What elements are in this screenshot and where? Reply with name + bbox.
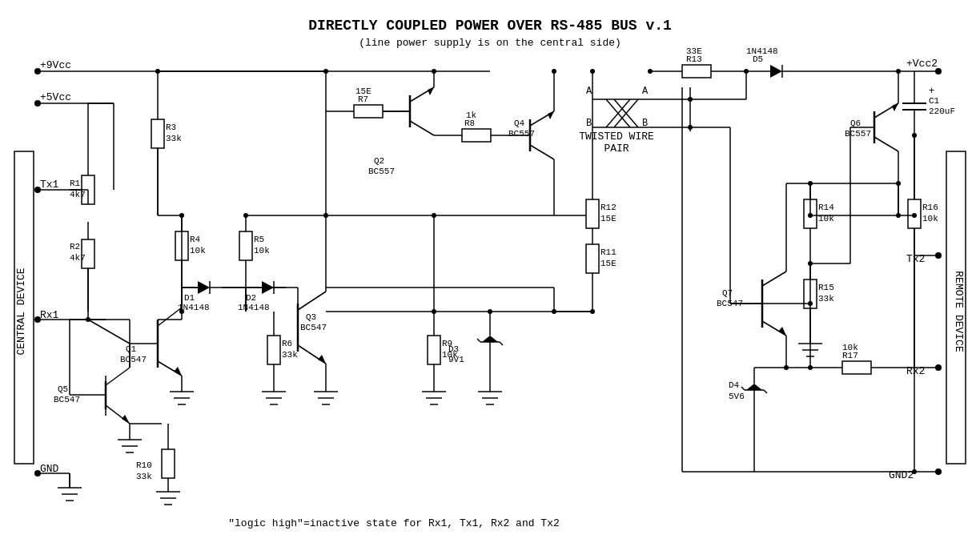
svg-line-95: [410, 121, 434, 135]
r6-val: 33k: [282, 350, 298, 360]
svg-rect-56: [267, 336, 280, 364]
svg-line-129: [477, 339, 480, 342]
d5-val: 1N4148: [746, 46, 778, 56]
r15-val: 33k: [818, 294, 834, 304]
r7-val: 15E: [355, 86, 372, 96]
svg-rect-37: [151, 119, 164, 148]
r17-val: 10k: [842, 343, 858, 352]
svg-point-269: [552, 309, 556, 314]
svg-line-76: [298, 292, 326, 310]
d3-val: 9V1: [448, 355, 464, 364]
r6-label: R6: [282, 339, 292, 348]
svg-marker-23: [122, 415, 130, 424]
svg-marker-97: [428, 87, 434, 95]
svg-point-72: [179, 213, 184, 218]
q5-val: BC547: [54, 395, 80, 404]
svg-point-253: [179, 309, 184, 314]
c1-label: C1: [929, 96, 940, 106]
r3-label: R3: [166, 123, 176, 132]
svg-point-108: [552, 69, 556, 74]
svg-point-235: [688, 97, 693, 102]
r13-val: 33E: [686, 46, 702, 56]
svg-rect-121: [428, 336, 440, 364]
wire-a2: A: [642, 86, 649, 97]
svg-line-194: [762, 271, 786, 286]
footer-note: "logic high"=inactive state for Rx1, Tx1…: [228, 517, 559, 529]
svg-marker-153: [770, 65, 782, 78]
q1-val: BC547: [120, 355, 147, 364]
vcc9-label: +9Vcc: [40, 59, 71, 71]
r5-label: R5: [254, 235, 264, 244]
r11-val: 15E: [600, 259, 617, 268]
r2-val: 4k7: [70, 253, 86, 263]
d3-label: D3: [448, 344, 459, 354]
subtitle: (line power supply is on the central sid…: [359, 37, 621, 49]
svg-point-236: [688, 125, 693, 130]
r10-val: 33k: [136, 472, 152, 481]
svg-marker-106: [548, 111, 554, 119]
svg-line-207: [741, 387, 745, 390]
svg-rect-186: [842, 361, 871, 374]
svg-rect-257: [162, 449, 175, 478]
svg-marker-205: [746, 384, 762, 390]
q5-label: Q5: [58, 384, 68, 394]
d4-label: D4: [729, 380, 740, 390]
c1-plus: +: [929, 86, 934, 97]
title: DIRECTLY COUPLED POWER OVER RS-485 BUS v…: [308, 18, 672, 34]
svg-line-130: [500, 342, 503, 345]
svg-point-150: [590, 69, 595, 74]
svg-marker-127: [482, 336, 498, 342]
r16-label: R16: [922, 203, 938, 212]
r3-val: 33k: [166, 134, 182, 143]
central-device-label: CENTRAL DEVICE: [15, 267, 27, 355]
svg-point-138: [488, 309, 492, 314]
svg-point-85: [243, 213, 248, 218]
d2-val: 1N4148: [238, 303, 270, 312]
svg-point-274: [808, 365, 813, 370]
r2-label: R2: [70, 242, 80, 251]
q1-label: Q1: [126, 344, 137, 354]
r14-label: R14: [818, 203, 834, 212]
q2-label: Q2: [374, 156, 384, 166]
svg-point-229: [912, 213, 917, 218]
svg-point-151: [648, 69, 653, 74]
svg-point-7: [34, 187, 41, 193]
svg-point-212: [912, 469, 917, 474]
svg-point-30: [34, 470, 41, 477]
svg-point-16: [34, 316, 41, 323]
svg-line-208: [764, 390, 767, 393]
r4-label: R4: [190, 235, 201, 244]
r12-label: R12: [600, 203, 617, 212]
r11-label: R11: [600, 247, 617, 257]
vcc5-label: +5Vcc: [40, 91, 71, 103]
vcc2-label: +Vcc2: [906, 58, 938, 70]
q3-label: Q3: [306, 312, 316, 322]
svg-marker-48: [198, 281, 210, 294]
svg-point-231: [912, 133, 917, 138]
r1-label: R1: [70, 179, 81, 188]
r1-val: 4k7: [70, 190, 86, 199]
twisted-pair-label2: PAIR: [604, 143, 629, 155]
q7-label: Q7: [722, 288, 733, 298]
svg-line-24: [106, 368, 130, 385]
q3-val: BC547: [300, 323, 327, 332]
svg-line-62: [158, 308, 182, 326]
wire-a1: A: [586, 86, 592, 97]
r15-label: R15: [818, 283, 834, 292]
svg-rect-148: [682, 65, 711, 78]
c1-val: 220uF: [929, 107, 955, 116]
svg-marker-78: [318, 355, 326, 364]
svg-rect-112: [586, 199, 599, 228]
svg-rect-115: [586, 244, 599, 273]
svg-marker-196: [778, 327, 786, 336]
q6-val: BC557: [845, 129, 871, 139]
d4-val: 5V6: [729, 392, 745, 401]
svg-rect-45: [239, 231, 252, 260]
svg-point-99: [432, 69, 436, 74]
r4-val: 10k: [190, 246, 206, 255]
twisted-pair-label: TWISTED WIRE: [579, 131, 654, 143]
r5-val: 10k: [254, 246, 270, 255]
svg-line-169: [874, 137, 898, 151]
d1-label: D1: [184, 293, 195, 303]
d2-label: D2: [246, 293, 256, 303]
